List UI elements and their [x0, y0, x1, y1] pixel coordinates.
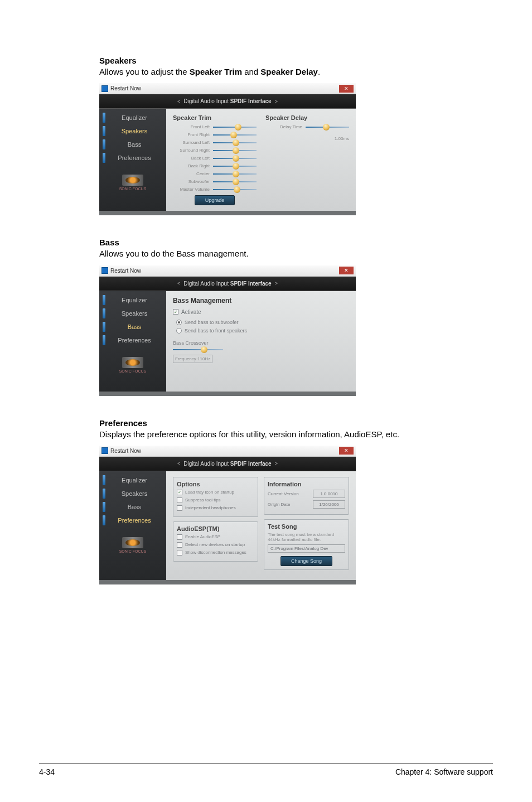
opt-ind-headphones-label: Independent headphones	[185, 505, 236, 510]
sidebar-item-equalizer[interactable]: Equalizer	[99, 474, 166, 487]
esp-enable-label: Enable AudioESP	[185, 534, 220, 539]
opt-load-tray-checkbox[interactable]	[177, 490, 182, 495]
chapter-label: Chapter 4: Software support	[395, 767, 493, 776]
app-icon	[101, 267, 108, 274]
trim-slider[interactable]	[213, 157, 257, 160]
sidebar-item-bass[interactable]: Bass	[99, 320, 166, 334]
trim-slider[interactable]	[213, 180, 257, 183]
close-icon[interactable]: ✕	[339, 447, 354, 455]
sidebar: Equalizer Speakers Bass Preferences SONI…	[99, 291, 166, 392]
options-group: Options Load tray icon on startup Suppre…	[173, 477, 258, 517]
mode-header: < Digital Audio Input SPDIF Interface >	[99, 94, 356, 109]
chevron-right-icon[interactable]: >	[275, 281, 278, 286]
trim-slider[interactable]	[213, 133, 257, 137]
delay-time-value: 1.00ms	[335, 136, 349, 141]
trim-slider-label: Center	[173, 171, 213, 176]
trim-slider-label: Back Right	[173, 163, 213, 168]
radio-send-subwoofer[interactable]	[176, 320, 182, 325]
current-version-value: 1.0.0010	[313, 490, 345, 498]
logo-icon	[122, 537, 143, 548]
sidebar-item-bass[interactable]: Bass	[99, 138, 166, 151]
window-titlebar: Restart Now ✕	[99, 265, 356, 277]
opt-suppress-tips-label: Suppress tool tips	[185, 497, 221, 503]
trim-slider[interactable]	[213, 125, 257, 129]
window-title: Restart Now	[110, 85, 141, 91]
sidebar-item-equalizer[interactable]: Equalizer	[99, 111, 166, 124]
window-titlebar: Restart Now ✕	[99, 446, 356, 457]
origin-date-value: 1/26/2006	[313, 500, 345, 509]
app-icon	[101, 85, 108, 92]
speaker-delay-title: Speaker Delay	[265, 114, 349, 121]
trim-slider-label: Surround Right	[173, 148, 213, 153]
trim-slider[interactable]	[213, 141, 257, 144]
trim-slider-label: Subwoofer	[173, 179, 213, 184]
sidebar: Equalizer Speakers Bass Preferences SONI…	[99, 471, 166, 580]
activate-checkbox[interactable]	[173, 309, 178, 315]
brand-logo: SONIC FOCUS	[99, 527, 166, 559]
test-song-path: C:\Program Files\Analog Dev	[268, 544, 345, 553]
bass-crossover-slider[interactable]	[173, 348, 223, 351]
opt-ind-headphones-checkbox[interactable]	[177, 505, 182, 511]
trim-slider[interactable]	[213, 172, 257, 176]
chevron-right-icon[interactable]: >	[275, 99, 278, 104]
logo-icon	[122, 357, 143, 368]
radio-send-front-label: Send bass to front speakers	[185, 328, 247, 334]
trim-slider-label: Front Right	[173, 132, 213, 137]
chevron-right-icon[interactable]: >	[275, 461, 278, 466]
speakers-screenshot: Restart Now ✕ < Digital Audio Input SPDI…	[99, 83, 356, 215]
chevron-left-icon[interactable]: <	[177, 99, 180, 104]
sidebar-item-preferences[interactable]: Preferences	[99, 514, 166, 527]
trim-slider-label: Front Left	[173, 124, 213, 129]
current-version-label: Current Version	[268, 491, 299, 496]
preferences-heading: Preferences	[99, 418, 433, 428]
trim-slider[interactable]	[213, 165, 257, 168]
sidebar-item-preferences[interactable]: Preferences	[99, 334, 166, 347]
radio-send-subwoofer-label: Send bass to subwoofer	[185, 320, 239, 325]
preferences-desc: Displays the preference options for this…	[99, 429, 433, 440]
radio-send-front[interactable]	[176, 328, 182, 334]
chevron-left-icon[interactable]: <	[177, 281, 180, 286]
sidebar-item-preferences[interactable]: Preferences	[99, 151, 166, 165]
close-icon[interactable]: ✕	[339, 267, 354, 274]
sidebar-item-speakers[interactable]: Speakers	[99, 487, 166, 500]
mode-header: < Digital Audio Input SPDIF Interface >	[99, 457, 356, 471]
information-title: Information	[268, 481, 345, 487]
bass-management-title: Bass Management	[173, 297, 349, 305]
chevron-left-icon[interactable]: <	[177, 461, 180, 466]
options-title: Options	[177, 481, 254, 487]
esp-disconnect-checkbox[interactable]	[177, 550, 182, 555]
window-title: Restart Now	[110, 448, 141, 454]
trim-slider-label: Back Left	[173, 156, 213, 161]
master-volume-slider[interactable]	[213, 188, 257, 191]
brand-logo: SONIC FOCUS	[99, 347, 166, 379]
change-song-button[interactable]: Change Song	[280, 556, 332, 566]
sidebar-item-speakers[interactable]: Speakers	[99, 307, 166, 320]
logo-icon	[122, 175, 143, 186]
esp-disconnect-label: Show disconnection messages	[185, 550, 246, 555]
sidebar-item-bass[interactable]: Bass	[99, 500, 166, 514]
bass-screenshot: Restart Now ✕ < Digital Audio Input SPDI…	[99, 265, 356, 396]
test-song-title: Test Song	[268, 523, 345, 530]
delay-time-slider[interactable]	[306, 125, 349, 129]
mode-header: < Digital Audio Input SPDIF Interface >	[99, 277, 356, 291]
speakers-heading: Speakers	[99, 56, 433, 65]
opt-suppress-tips-checkbox[interactable]	[177, 497, 182, 503]
page-number: 4-34	[39, 767, 55, 776]
close-icon[interactable]: ✕	[339, 85, 354, 93]
esp-detect-checkbox[interactable]	[177, 542, 182, 548]
esp-enable-checkbox[interactable]	[177, 534, 182, 540]
brand-logo: SONIC FOCUS	[99, 165, 166, 196]
page-footer: 4-34 Chapter 4: Software support	[39, 764, 493, 776]
sidebar-item-equalizer[interactable]: Equalizer	[99, 293, 166, 307]
sidebar-item-speakers[interactable]: Speakers	[99, 124, 166, 138]
upgrade-button[interactable]: Upgrade	[195, 195, 235, 205]
bass-crossover-title: Bass Crossover	[173, 340, 349, 346]
esp-detect-label: Detect new devices on startup	[185, 542, 245, 547]
trim-slider[interactable]	[213, 149, 257, 152]
speakers-desc: Allows you to adjust the Speaker Trim an…	[99, 66, 433, 78]
test-song-desc: The test song must be a standard 44kHz f…	[268, 532, 345, 543]
window-title: Restart Now	[110, 268, 141, 274]
sidebar: Equalizer Speakers Bass Preferences SONI…	[99, 109, 166, 211]
opt-load-tray-label: Load tray icon on startup	[185, 490, 234, 495]
master-volume-label: Master Volume	[173, 187, 213, 192]
